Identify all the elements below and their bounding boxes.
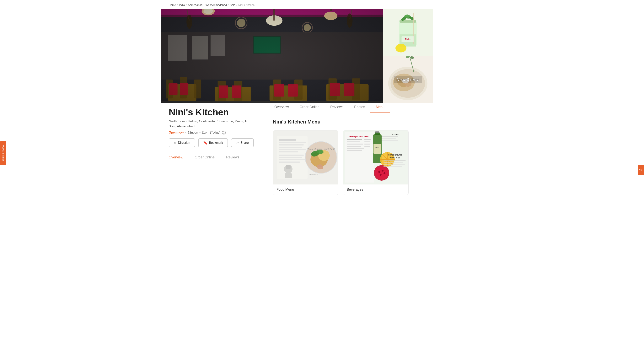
svg-text:"Never perc...: "Never perc... <box>308 173 319 175</box>
right-side-tab[interactable]: gs <box>638 165 644 175</box>
svg-text:Sprite: Sprite <box>376 147 379 148</box>
bottom-tab-order[interactable]: Order Online <box>195 152 214 162</box>
breadcrumb-ahmedabad[interactable]: Ahmedabad <box>188 4 203 7</box>
svg-rect-46 <box>161 9 383 103</box>
action-buttons: ◈ Direction 🔖 Bookmark ↗ Share <box>169 138 261 147</box>
svg-rect-103 <box>347 148 364 149</box>
beverages-card[interactable]: Beverages With Bene... <box>343 130 408 195</box>
svg-rect-106 <box>380 136 398 137</box>
tab-overview[interactable]: Overview <box>269 102 294 113</box>
svg-rect-77 <box>278 155 304 156</box>
svg-rect-108 <box>380 140 398 141</box>
svg-rect-130 <box>384 166 402 167</box>
hours-info-icon[interactable]: ⓘ <box>222 131 226 135</box>
content-area: Nini's Kitchen North Indian, Italian, Co… <box>161 102 483 201</box>
svg-rect-111 <box>376 131 379 133</box>
svg-text:Nini's: Nini's <box>405 38 410 40</box>
location-text: Sola, Ahmedabad <box>169 124 261 128</box>
svg-rect-80 <box>278 162 300 163</box>
breadcrumb-home[interactable]: Home <box>169 4 176 7</box>
cuisine-text: North Indian, Italian, Continental, Shaw… <box>169 119 261 123</box>
svg-rect-100 <box>364 144 370 145</box>
tab-menu[interactable]: Menu <box>370 102 390 113</box>
svg-rect-102 <box>364 146 370 147</box>
svg-point-123 <box>384 172 386 174</box>
breadcrumb-current: Nini's Kitchen <box>238 4 254 7</box>
tab-reviews[interactable]: Reviews <box>325 102 349 113</box>
share-button[interactable]: ↗ Share <box>231 138 254 147</box>
bookmark-label: Bookmark <box>209 141 223 145</box>
view-gallery-badge[interactable]: View Gallery <box>394 76 422 83</box>
svg-text:Beverages With Bene...: Beverages With Bene... <box>349 135 370 138</box>
menu-section: Nini's Kitchen Menu <box>269 113 483 201</box>
svg-rect-78 <box>278 157 302 158</box>
svg-rect-96 <box>364 139 371 140</box>
svg-point-120 <box>375 167 388 179</box>
svg-rect-110 <box>375 132 380 135</box>
left-side-tab[interactable]: Write a review <box>0 141 6 165</box>
svg-rect-79 <box>278 159 306 160</box>
svg-rect-75 <box>278 149 306 150</box>
svg-rect-127 <box>384 160 406 161</box>
svg-rect-128 <box>384 162 403 163</box>
svg-rect-97 <box>347 141 360 142</box>
menu-cards: We are all about Food & All Th "Never pe… <box>273 130 479 195</box>
svg-text:Iced Teas: Iced Teas <box>390 157 400 159</box>
svg-rect-72 <box>278 142 306 143</box>
svg-rect-74 <box>278 147 302 148</box>
svg-point-121 <box>378 171 380 173</box>
food-menu-card[interactable]: We are all about Food & All Th "Never pe… <box>273 130 338 195</box>
svg-text:Home Brewed: Home Brewed <box>388 154 402 156</box>
breadcrumb-west-ahmedabad[interactable]: West Ahmedabad <box>206 4 227 7</box>
bottom-tab-overview[interactable]: Overview <box>169 152 183 162</box>
bookmark-icon: 🔖 <box>203 141 208 145</box>
svg-rect-73 <box>278 144 304 146</box>
svg-rect-98 <box>364 141 370 142</box>
svg-rect-112 <box>374 144 381 154</box>
side-image-food: View Gallery <box>383 56 433 103</box>
svg-rect-129 <box>384 164 405 165</box>
direction-icon: ◈ <box>174 141 176 145</box>
direction-button[interactable]: ◈ Direction <box>169 138 195 147</box>
svg-rect-76 <box>278 151 298 152</box>
side-image-drink: Nini's <box>383 9 433 56</box>
breadcrumb: Home / India / Ahmedabad / West Ahmedaba… <box>161 0 483 9</box>
food-menu-image: We are all about Food & All Th "Never pe… <box>273 130 338 184</box>
svg-point-124 <box>380 174 382 176</box>
image-grid: Nini's <box>161 9 483 102</box>
bookmark-button[interactable]: 🔖 Bookmark <box>198 138 228 147</box>
breadcrumb-sola[interactable]: Sola <box>230 4 235 7</box>
menu-title: Nini's Kitchen Menu <box>273 119 479 125</box>
right-content: Overview Order Online Reviews Photos Men… <box>269 102 483 201</box>
svg-rect-101 <box>347 146 361 147</box>
svg-rect-107 <box>380 138 396 139</box>
bottom-tab-reviews[interactable]: Reviews <box>226 152 239 162</box>
open-status: Open now <box>169 131 184 134</box>
bottom-partial-tabs: Overview Order Online Reviews <box>169 152 261 162</box>
svg-text:We are all about Food & All Th: We are all about Food & All Th <box>306 148 335 150</box>
tab-order-online[interactable]: Order Online <box>294 102 325 113</box>
breadcrumb-india[interactable]: India <box>179 4 185 7</box>
food-menu-label: Food Menu <box>273 184 338 195</box>
share-label: Share <box>240 141 249 145</box>
restaurant-name: Nini's Kitchen <box>169 107 261 118</box>
beverages-label: Beverages <box>343 184 408 195</box>
svg-rect-83 <box>286 165 290 169</box>
share-icon: ↗ <box>236 141 239 145</box>
hours-row: Open now - 12noon – 11pm (Today) ⓘ <box>169 131 261 135</box>
direction-label: Direction <box>178 141 190 145</box>
beverages-image: Beverages With Bene... <box>343 130 408 184</box>
svg-rect-82 <box>285 173 292 178</box>
svg-rect-104 <box>347 150 362 151</box>
svg-text:Fizzies: Fizzies <box>392 133 398 136</box>
hero-main-image <box>161 9 383 103</box>
svg-rect-99 <box>347 144 363 145</box>
svg-point-122 <box>382 170 384 172</box>
tab-navigation: Overview Order Online Reviews Photos Men… <box>269 102 483 113</box>
left-info: Nini's Kitchen North Indian, Italian, Co… <box>161 102 269 201</box>
hours-text: 12noon – 11pm (Today) <box>188 131 220 134</box>
side-images: Nini's <box>383 9 433 103</box>
svg-rect-95 <box>347 139 362 140</box>
tab-photos[interactable]: Photos <box>349 102 370 113</box>
svg-rect-71 <box>278 139 296 141</box>
